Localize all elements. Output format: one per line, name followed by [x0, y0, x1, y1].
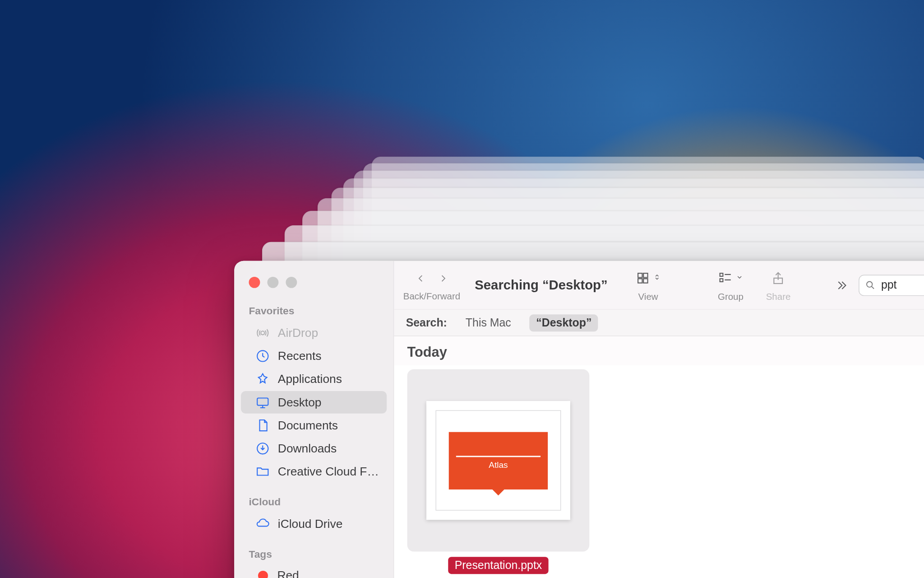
svg-rect-2 [257, 398, 268, 405]
forward-button[interactable] [434, 269, 452, 287]
window-close-button[interactable] [249, 277, 260, 288]
scope-this-mac[interactable]: This Mac [459, 314, 517, 331]
toolbar-label-back-forward: Back/Forward [403, 291, 460, 301]
sidebar-section-tags: Tags [234, 544, 393, 564]
sidebar-item-label: Applications [278, 372, 342, 386]
slide-title-text: Atlas [489, 459, 508, 469]
sidebar-item-label: Recents [278, 349, 322, 363]
download-icon [255, 441, 270, 456]
back-button[interactable] [411, 269, 430, 287]
file-thumbnail: Atlas [407, 369, 590, 552]
sidebar-item-label: Red [277, 569, 299, 578]
file-item[interactable]: Atlas Presentation.pptx [407, 369, 590, 574]
sidebar-item-label: Documents [278, 419, 338, 433]
sidebar-item-applications[interactable]: Applications [241, 368, 387, 391]
sidebar-item-downloads[interactable]: Downloads [241, 437, 387, 460]
svg-point-0 [261, 331, 264, 335]
window-zoom-button[interactable] [286, 277, 297, 288]
chevron-down-icon [735, 272, 744, 284]
chevron-updown-icon [652, 272, 661, 284]
scope-desktop[interactable]: “Desktop” [530, 314, 598, 331]
desktop-icon [255, 395, 270, 410]
toolbar-label-share: Share [766, 291, 791, 302]
sidebar-item-label: iCloud Drive [278, 517, 342, 531]
folder-icon [255, 464, 270, 479]
clock-icon [255, 349, 270, 363]
svg-rect-7 [643, 279, 647, 283]
sidebar-item-label: AirDrop [278, 326, 318, 340]
window-controls [234, 267, 393, 301]
svg-rect-4 [638, 273, 642, 277]
svg-point-11 [867, 281, 872, 287]
window-title: Searching “Desktop” [475, 277, 607, 293]
sidebar-item-label: Downloads [278, 442, 337, 456]
sidebar-tag-red[interactable]: Red [241, 565, 387, 578]
toolbar-label-group: Group [718, 291, 744, 302]
sidebar-item-airdrop[interactable]: AirDrop [241, 322, 387, 344]
document-icon [255, 418, 270, 433]
sidebar-section-icloud: iCloud [234, 492, 393, 512]
apps-icon [255, 372, 270, 387]
results-content: Atlas Presentation.pptx [394, 365, 924, 578]
sidebar-item-documents[interactable]: Documents [241, 414, 387, 437]
file-name-label: Presentation.pptx [448, 557, 549, 574]
share-button[interactable] [767, 268, 790, 288]
icloud-icon [255, 517, 270, 531]
sidebar-item-creative-cloud[interactable]: Creative Cloud Fil… [241, 461, 387, 483]
scope-label: Search: [406, 316, 447, 329]
results-section-header: Today Show Less [394, 336, 924, 365]
finder-main: Back/Forward Searching “Desktop” View [394, 261, 924, 578]
view-mode-button[interactable] [631, 268, 665, 288]
sidebar-item-desktop[interactable]: Desktop [241, 391, 387, 414]
tag-dot-icon [258, 571, 268, 578]
sidebar-item-label: Creative Cloud Fil… [278, 465, 380, 479]
svg-rect-8 [720, 273, 723, 276]
search-scope-bar: Search: This Mac “Desktop” Save + [394, 310, 924, 336]
finder-window: Favorites AirDrop Recents Applications D… [234, 261, 924, 578]
sidebar-item-recents[interactable]: Recents [241, 345, 387, 368]
toolbar-overflow-button[interactable] [830, 275, 852, 295]
toolbar-label-view: View [638, 291, 658, 302]
search-field[interactable] [859, 275, 924, 296]
results-section-title: Today [407, 344, 447, 360]
group-button[interactable] [714, 268, 748, 288]
window-minimize-button[interactable] [267, 277, 278, 288]
sidebar-section-favorites: Favorites [234, 301, 393, 321]
sidebar-item-icloud-drive[interactable]: iCloud Drive [241, 513, 387, 535]
sidebar-item-label: Desktop [278, 396, 322, 410]
finder-toolbar: Back/Forward Searching “Desktop” View [394, 261, 924, 310]
svg-rect-5 [643, 273, 647, 277]
search-icon [864, 280, 876, 291]
search-input[interactable] [881, 279, 924, 292]
finder-sidebar: Favorites AirDrop Recents Applications D… [234, 261, 394, 578]
svg-rect-9 [720, 279, 723, 282]
airdrop-icon [255, 326, 270, 340]
svg-rect-6 [638, 279, 642, 283]
